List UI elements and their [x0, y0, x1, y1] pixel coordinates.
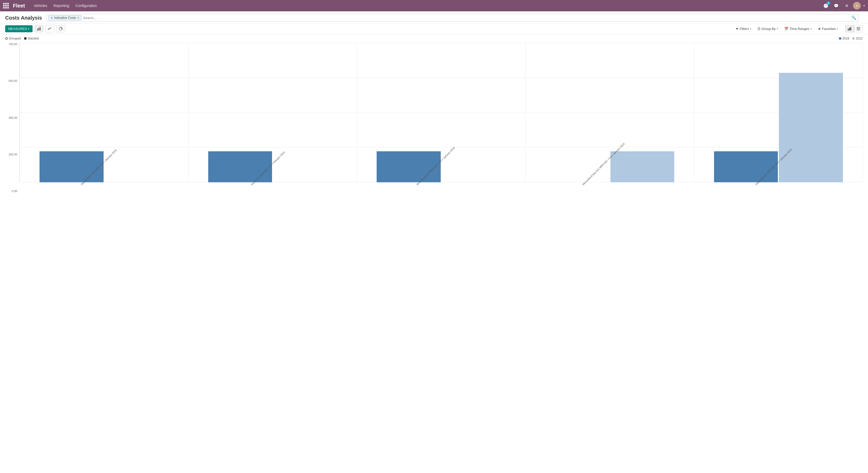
chart-area: Grouped Stacked 2019 2012 0.00 200.00 40…	[0, 34, 868, 203]
y-label-200: 200.00	[5, 153, 20, 156]
bar-2012-4	[779, 73, 843, 182]
dot-2012	[852, 37, 855, 40]
controls-row: MEASURES ▾ ▼ Filters ▾ ☰ Group By ▾ 📅 Ti…	[0, 24, 868, 34]
list-view-button[interactable]	[854, 25, 863, 32]
filters-arrow: ▾	[750, 27, 751, 30]
bar-2019-2	[377, 151, 441, 182]
chart-legend: Grouped Stacked 2019 2012	[5, 37, 863, 40]
grouped-label: Grouped	[9, 37, 21, 40]
stacked-label: Stacked	[28, 37, 39, 40]
chart-view-button[interactable]	[845, 25, 854, 32]
measures-label: MEASURES	[8, 27, 27, 31]
svg-rect-2	[40, 27, 40, 30]
filter-funnel-icon: ▼	[51, 16, 53, 20]
search-icon[interactable]: 🔍	[851, 15, 857, 20]
topnav-icons: 🕐 8 💬 ✕ A ▾	[822, 2, 865, 9]
nav-reporting[interactable]: Reporting	[51, 2, 72, 9]
favorites-arrow: ▾	[837, 27, 838, 30]
y-label-400: 400.00	[5, 116, 20, 119]
timeranges-arrow: ▾	[810, 27, 812, 30]
avatar[interactable]: A	[853, 2, 861, 9]
groupby-label: Group By	[762, 27, 776, 31]
avatar-dropdown-icon[interactable]: ▾	[863, 4, 865, 7]
y-label-700: 700.00	[5, 43, 20, 46]
bar-2019-1	[208, 151, 272, 182]
favorites-label: Favorites	[822, 27, 836, 31]
legend-stacked[interactable]: Stacked	[24, 37, 39, 40]
legend-2012: 2012	[852, 37, 863, 40]
y-label-600: 600.00	[5, 79, 20, 82]
y-axis: 0.00 200.00 400.00 600.00 700.00	[5, 43, 20, 193]
nav-configuration[interactable]: Configuration	[73, 2, 99, 9]
calendar-icon: 📅	[784, 27, 788, 31]
search-area: ▼ Indicative Costs ✕ 🔍	[46, 14, 859, 22]
stacked-dot	[24, 37, 27, 40]
chart-mode-legend: Grouped Stacked	[5, 37, 39, 40]
top-navigation: Fleet Vehicles Reporting Configuration 🕐…	[0, 0, 868, 11]
groupby-arrow: ▾	[777, 27, 778, 30]
search-input[interactable]	[83, 16, 850, 20]
svg-rect-0	[37, 29, 38, 30]
x-label-group-0: Opel/Astra/1-ACK-205 • 0.0 • January 201…	[20, 182, 188, 203]
line-chart-button[interactable]	[45, 25, 54, 32]
x-label-group-1: Audi/A1/1-AUD-001 • 0.0 • January 2019	[188, 182, 357, 203]
groupby-lines-icon: ☰	[757, 27, 761, 31]
favorites-button[interactable]: ★ Favorites ▾	[816, 26, 840, 32]
y-label-0: 0.00	[5, 190, 20, 193]
filter-tag-label: Indicative Costs	[54, 16, 76, 20]
svg-rect-8	[857, 28, 860, 29]
bar-2012-3	[611, 151, 675, 182]
measures-dropdown-arrow: ▾	[28, 27, 29, 30]
filter-tag-close[interactable]: ✕	[77, 16, 80, 20]
x-label-group-4: Opel/Corsa/1-SYN-404 • 0.0 • January 201…	[694, 182, 863, 203]
svg-rect-9	[857, 30, 860, 30]
grouped-dot	[5, 37, 8, 40]
svg-rect-7	[857, 27, 860, 28]
chart-series-legend: 2019 2012	[839, 37, 863, 40]
label-2019: 2019	[842, 37, 849, 40]
filter-tag-indicative-costs: ▼ Indicative Costs ✕	[49, 15, 82, 21]
chat-icon[interactable]: 💬	[832, 2, 840, 9]
timeranges-label: Time Ranges	[789, 27, 809, 31]
nav-vehicles[interactable]: Vehicles	[31, 2, 50, 9]
notifications-icon[interactable]: 🕐 8	[822, 2, 830, 9]
page-title: Costs Analysis	[5, 15, 42, 21]
filters-button[interactable]: ▼ Filters ▾	[734, 26, 753, 32]
nav-links: Vehicles Reporting Configuration	[31, 2, 99, 9]
groupby-button[interactable]: ☰ Group By ▾	[755, 26, 780, 32]
svg-rect-6	[850, 27, 851, 30]
app-grid-icon[interactable]	[3, 3, 9, 8]
page-header: Costs Analysis ▼ Indicative Costs ✕ 🔍	[0, 11, 868, 24]
legend-grouped[interactable]: Grouped	[5, 37, 21, 40]
close-icon[interactable]: ✕	[843, 2, 850, 9]
bar-2019-0	[39, 151, 103, 182]
bar-chart: 0.00 200.00 400.00 600.00 700.00 Opel/As…	[5, 43, 863, 203]
filters-label: Filters	[740, 27, 749, 31]
svg-rect-4	[848, 29, 848, 30]
dot-2019	[839, 37, 841, 40]
search-bar: ▼ Indicative Costs ✕ 🔍	[46, 14, 859, 22]
notification-badge: 8	[827, 1, 830, 5]
label-2012: 2012	[856, 37, 863, 40]
legend-2019: 2019	[839, 37, 849, 40]
x-label-group-2: Bmw/Serie 1/1-BMW-001 • 0.0 • January 20…	[357, 182, 525, 203]
svg-rect-1	[38, 28, 39, 30]
pie-chart-button[interactable]	[56, 25, 65, 32]
star-icon: ★	[818, 27, 821, 31]
measures-button[interactable]: MEASURES ▾	[5, 25, 33, 32]
x-labels: Opel/Astra/1-ACK-205 • 0.0 • January 201…	[20, 182, 863, 203]
filter-funnel-icon: ▼	[736, 27, 739, 31]
brand-logo: Fleet	[13, 3, 25, 9]
bar-group-3[interactable]	[525, 43, 694, 182]
bar-2019-4	[714, 151, 778, 182]
timeranges-button[interactable]: 📅 Time Ranges ▾	[782, 26, 814, 32]
svg-rect-5	[849, 28, 850, 30]
x-label-group-3: Mercedes/Class A/1-MER-001 • 0.0 • Janua…	[525, 182, 694, 203]
bar-chart-button[interactable]	[35, 25, 43, 32]
